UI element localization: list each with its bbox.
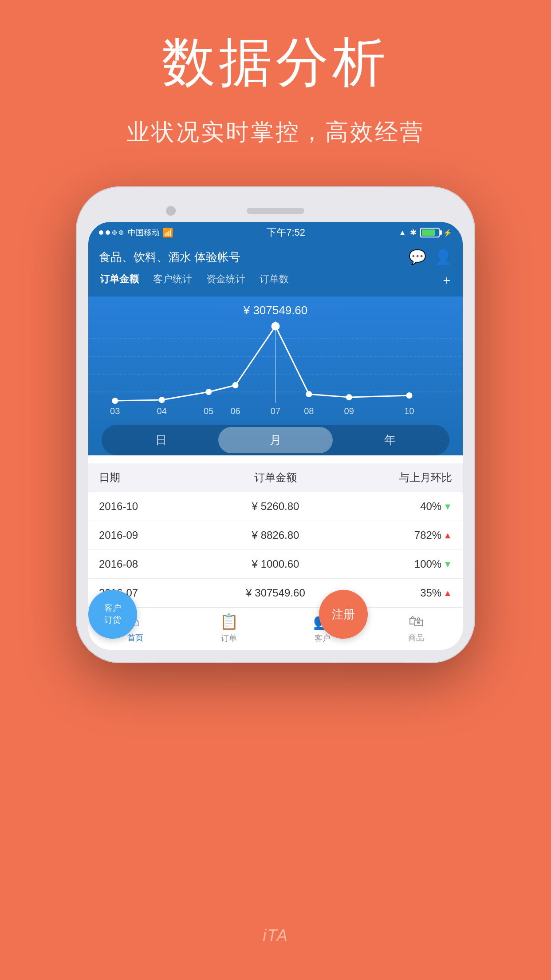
phone-speaker — [247, 208, 304, 214]
nav-label-customers: 客户 — [315, 633, 331, 644]
status-bar: 中国移动 📶 下午7:52 ▲ ✱ ⚡ — [88, 222, 463, 243]
page-title: 数据分析 — [0, 27, 551, 99]
signal-dots — [99, 230, 123, 235]
charge-icon: ⚡ — [443, 229, 452, 237]
nav-item-orders[interactable]: 📋 订单 — [182, 612, 276, 644]
svg-point-10 — [306, 391, 311, 397]
nav-label-orders: 订单 — [221, 633, 237, 644]
svg-text:04: 04 — [157, 406, 167, 416]
products-icon: 🛍 — [409, 612, 424, 630]
orders-icon: 📋 — [220, 612, 238, 630]
time-btn-year[interactable]: 年 — [333, 427, 447, 453]
svg-text:05: 05 — [204, 406, 213, 416]
customer-order-button[interactable]: 客户订货 — [88, 590, 137, 639]
tab-order-count[interactable]: 订单数 — [252, 270, 296, 290]
chart-value-label: ¥ 307549.60 — [88, 304, 463, 317]
svg-point-8 — [233, 383, 238, 388]
svg-text:08: 08 — [304, 406, 314, 416]
tab-customer-stats[interactable]: 客户统计 — [146, 270, 199, 290]
watermark-text: iTA — [263, 926, 288, 945]
table-header: 日期 订单金额 与上月环比 — [88, 463, 463, 492]
tab-fund-stats[interactable]: 资金统计 — [199, 270, 252, 290]
data-table: 日期 订单金额 与上月环比 2016-10 ¥ 5260.80 40% ▼ 20… — [88, 463, 463, 608]
svg-point-9 — [272, 323, 279, 330]
phone-outer: 中国移动 📶 下午7:52 ▲ ✱ ⚡ 食品、饮料、酒水 体验帐号 💬 — [76, 186, 475, 663]
svg-point-5 — [112, 398, 118, 403]
nav-label-products: 商品 — [408, 632, 424, 643]
battery-fill — [422, 229, 435, 236]
svg-point-12 — [406, 393, 412, 398]
svg-point-7 — [206, 389, 211, 395]
watermark-area: iTA — [0, 891, 551, 980]
bluetooth-icon: ✱ — [410, 228, 417, 237]
row-change-2: 782% ▲ — [342, 529, 452, 541]
row-change-1: 40% ▼ — [342, 500, 452, 513]
table-row: 2016-08 ¥ 1000.60 100% ▼ — [88, 550, 463, 579]
table-row: 2016-09 ¥ 8826.80 782% ▲ — [88, 521, 463, 550]
phone-camera — [166, 206, 176, 216]
app-title: 食品、饮料、酒水 体验帐号 — [99, 249, 240, 265]
wifi-icon: 📶 — [162, 227, 173, 238]
tabs-bar: 订单金额 客户统计 资金统计 订单数 ＋ — [88, 270, 463, 296]
signal-dot-3 — [112, 230, 117, 235]
signal-dot-4 — [119, 230, 123, 235]
chat-icon[interactable]: 💬 — [409, 249, 426, 265]
battery-indicator — [420, 228, 440, 237]
tab-add-button[interactable]: ＋ — [435, 270, 458, 290]
row-change-3: 100% ▼ — [342, 558, 452, 570]
tab-order-amount[interactable]: 订单金额 — [93, 270, 146, 290]
table-row: 2016-10 ¥ 5260.80 40% ▼ — [88, 492, 463, 521]
row-date-3: 2016-08 — [99, 558, 209, 570]
user-icon[interactable]: 👤 — [434, 249, 452, 265]
change-value-4: 35% — [420, 587, 441, 599]
time-btn-day[interactable]: 日 — [104, 427, 218, 453]
svg-text:06: 06 — [230, 406, 240, 416]
arrow-down-icon-1: ▼ — [443, 502, 452, 512]
register-button[interactable]: 注册 — [319, 590, 368, 639]
bottom-nav: ⌂ 首页 📋 订单 👥 客户 🛍 商品 — [88, 608, 463, 650]
nav-label-home: 首页 — [127, 632, 143, 643]
change-value-1: 40% — [420, 500, 441, 513]
row-amount-4: ¥ 307549.60 — [209, 587, 342, 599]
row-date-1: 2016-10 — [99, 500, 209, 513]
arrow-up-icon-2: ▲ — [443, 530, 452, 541]
change-value-3: 100% — [414, 558, 441, 570]
table-row: 2016-07 ¥ 307549.60 35% ▲ — [88, 579, 463, 608]
phone-screen: 中国移动 📶 下午7:52 ▲ ✱ ⚡ 食品、饮料、酒水 体验帐号 💬 — [88, 222, 463, 650]
page-subtitle: 业状况实时掌控，高效经营 — [0, 117, 551, 148]
arrow-up-icon-4: ▲ — [443, 588, 452, 598]
svg-point-6 — [159, 397, 165, 403]
svg-text:07: 07 — [271, 406, 280, 416]
header-area: 数据分析 业状况实时掌控，高效经营 — [0, 27, 551, 148]
app-header-icons: 💬 👤 — [409, 249, 452, 265]
carrier-label: 中国移动 — [128, 227, 160, 238]
time-selector: 日 月 年 — [102, 425, 449, 455]
chart-area: ¥ 307549.60 — [88, 296, 463, 455]
status-left: 中国移动 📶 — [99, 227, 173, 238]
status-right: ▲ ✱ ⚡ — [398, 228, 452, 237]
nav-item-products[interactable]: 🛍 商品 — [369, 612, 463, 644]
col-header-date: 日期 — [99, 470, 209, 485]
arrow-down-icon-3: ▼ — [443, 559, 452, 569]
signal-dot-2 — [106, 230, 110, 235]
phone-mockup: 中国移动 📶 下午7:52 ▲ ✱ ⚡ 食品、饮料、酒水 体验帐号 💬 — [76, 186, 475, 663]
svg-text:10: 10 — [404, 406, 414, 416]
change-value-2: 782% — [414, 529, 441, 541]
row-amount-3: ¥ 1000.60 — [209, 558, 342, 570]
col-header-change: 与上月环比 — [342, 470, 452, 485]
app-header: 食品、饮料、酒水 体验帐号 💬 👤 — [88, 243, 463, 270]
time-btn-month[interactable]: 月 — [218, 427, 333, 453]
col-header-amount: 订单金额 — [209, 470, 342, 485]
register-label: 注册 — [332, 607, 355, 622]
row-date-2: 2016-09 — [99, 529, 209, 541]
row-amount-1: ¥ 5260.80 — [209, 500, 342, 513]
svg-point-11 — [346, 395, 352, 400]
signal-dot-1 — [99, 230, 103, 235]
svg-text:09: 09 — [344, 406, 354, 416]
svg-text:03: 03 — [110, 406, 120, 416]
line-chart: 03 04 05 06 07 08 09 10 — [88, 321, 463, 419]
row-amount-2: ¥ 8826.80 — [209, 529, 342, 541]
location-icon: ▲ — [398, 228, 406, 237]
status-time: 下午7:52 — [267, 226, 305, 239]
chart-svg-wrap: 03 04 05 06 07 08 09 10 — [88, 321, 463, 419]
